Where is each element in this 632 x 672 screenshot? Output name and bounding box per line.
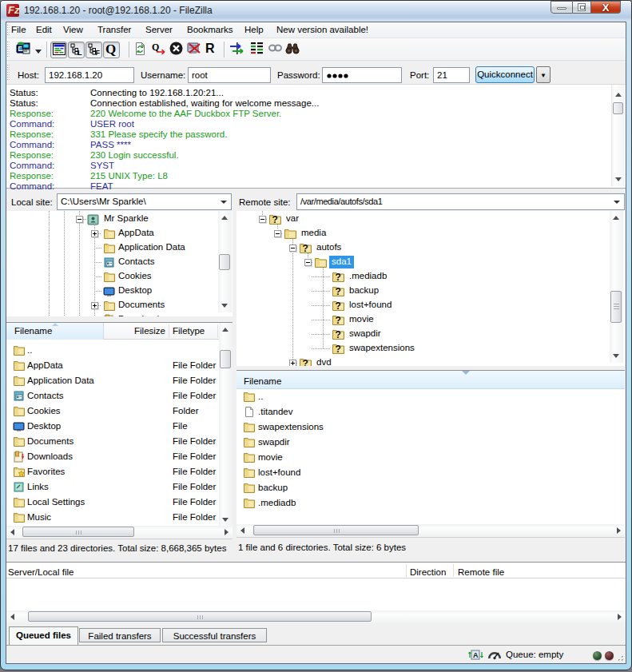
svg-text:Q: Q: [105, 42, 116, 57]
svg-text:L: L: [78, 49, 82, 56]
svg-text:F: F: [96, 49, 101, 56]
svg-text:A: A: [473, 651, 479, 659]
svg-text:Q: Q: [152, 42, 159, 53]
svg-text:R: R: [205, 42, 215, 55]
